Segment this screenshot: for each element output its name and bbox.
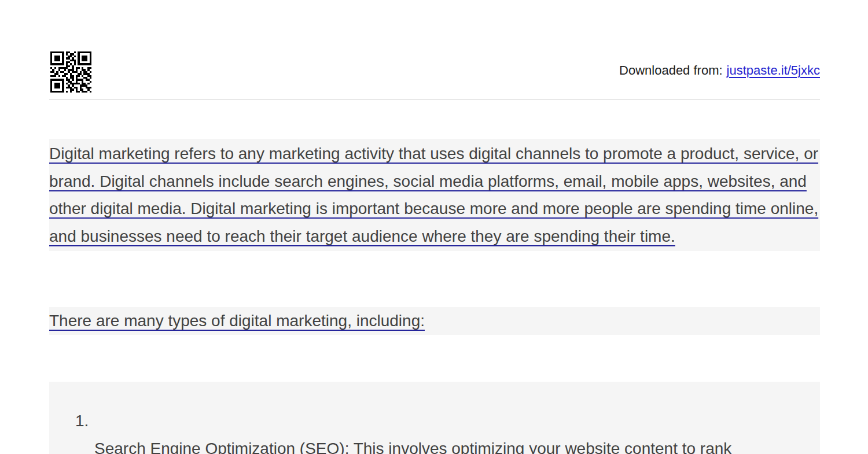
types-heading: There are many types of digital marketin… (49, 307, 820, 335)
list-item-number: 1. (75, 407, 820, 435)
intro-paragraph: Digital marketing refers to any marketin… (49, 139, 820, 251)
list-item-text: Search Engine Optimization (SEO): This i… (94, 435, 820, 454)
document-page: Downloaded from:justpaste.it/5jxkc Digit… (0, 0, 868, 454)
source-link[interactable]: justpaste.it/5jxkc (727, 63, 820, 77)
intro-text: Digital marketing refers to any marketin… (49, 145, 818, 245)
download-source-line: Downloaded from:justpaste.it/5jxkc (49, 62, 820, 79)
download-label: Downloaded from: (619, 63, 723, 77)
types-heading-text: There are many types of digital marketin… (49, 312, 425, 330)
header-divider (49, 99, 820, 99)
types-list: 1. Search Engine Optimization (SEO): Thi… (49, 382, 820, 454)
